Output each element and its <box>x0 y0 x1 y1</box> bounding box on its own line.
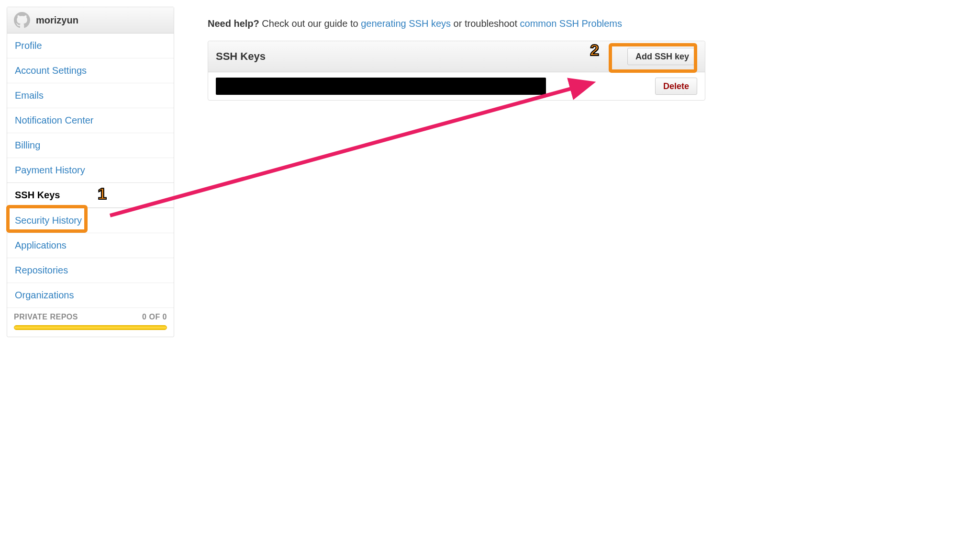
svg-line-1 <box>110 84 589 216</box>
private-repos-label: PRIVATE REPOS <box>14 313 78 321</box>
sidebar-item-emails[interactable]: Emails <box>7 83 174 108</box>
help-link-generating-ssh-keys[interactable]: generating SSH keys <box>361 18 451 29</box>
delete-ssh-key-button[interactable]: Delete <box>655 78 697 95</box>
sidebar-item-ssh-keys[interactable]: SSH Keys <box>7 182 174 208</box>
sidebar-item-repositories[interactable]: Repositories <box>7 258 174 283</box>
sidebar-item-security-history[interactable]: Security History <box>7 208 174 233</box>
sidebar-item-account-settings[interactable]: Account Settings <box>7 58 174 83</box>
panel-title: SSH Keys <box>216 50 266 63</box>
sidebar-username: morizyun <box>36 15 78 26</box>
panel-header: SSH Keys Add SSH key <box>208 41 705 72</box>
sidebar-item-applications[interactable]: Applications <box>7 233 174 258</box>
ssh-keys-panel: SSH Keys Add SSH key Delete <box>208 41 705 101</box>
help-text-2: or troubleshoot <box>451 18 520 29</box>
help-text-1: Check out our guide to <box>259 18 361 29</box>
help-line: Need help? Check out our guide to genera… <box>208 18 705 29</box>
sidebar-header: morizyun <box>7 7 174 34</box>
sidebar-item-billing[interactable]: Billing <box>7 133 174 158</box>
private-repos-usage: 0 OF 0 <box>142 313 167 321</box>
ssh-key-entry-redacted[interactable] <box>216 78 546 95</box>
sidebar-footer: PRIVATE REPOS 0 OF 0 <box>7 307 174 337</box>
add-ssh-key-button[interactable]: Add SSH key <box>627 48 697 65</box>
sidebar-item-notification-center[interactable]: Notification Center <box>7 108 174 133</box>
help-line-bold: Need help? <box>208 18 259 29</box>
sidebar-item-profile[interactable]: Profile <box>7 34 174 58</box>
settings-sidebar: morizyun Profile Account Settings Emails… <box>7 7 174 337</box>
panel-body: Delete <box>208 72 705 100</box>
github-icon <box>14 12 30 28</box>
sidebar-item-organizations[interactable]: Organizations <box>7 283 174 307</box>
help-link-common-ssh-problems[interactable]: common SSH Problems <box>520 18 622 29</box>
sidebar-item-payment-history[interactable]: Payment History <box>7 158 174 182</box>
private-repos-progress-bar <box>14 325 167 330</box>
main-content: Need help? Check out our guide to genera… <box>208 7 705 101</box>
